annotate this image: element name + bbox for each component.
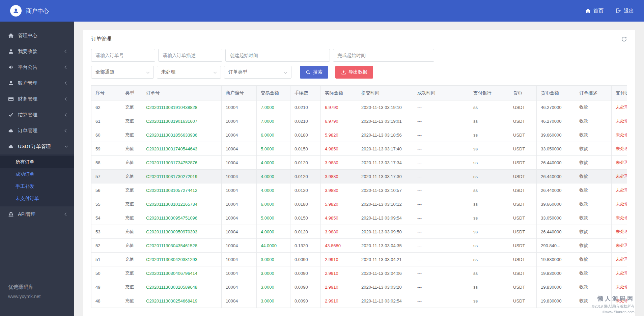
type-select[interactable]: 订单类型 [224,66,291,79]
order-row[interactable]: 53充值C20201113030950970393100044.00000.01… [91,225,627,239]
order-row[interactable]: 48充值C20201113030254668419100043.00000.00… [91,294,627,308]
sidebar-item-label: 结算管理 [18,112,65,118]
cell-order_no[interactable]: C20201113031901631607 [142,114,222,128]
sidebar-item-api-management[interactable]: API管理 [0,206,74,222]
cell-pay_bank: ss [469,253,509,266]
chevron-down-icon [65,144,68,148]
cell-success_time: --- [413,100,469,114]
create-time-input[interactable] [225,49,330,62]
order-row[interactable]: 50充值C20201113030406796414100043.00000.00… [91,266,627,280]
cell-currency: USDT [509,225,537,239]
sidebar-item-label: USDT订单管理 [18,143,65,150]
sidebar-subitem-unpaid-orders[interactable]: 未支付订单 [0,193,74,205]
home-icon [585,8,591,13]
search-button[interactable]: 搜索 [300,66,328,79]
order-no-input[interactable] [91,49,155,62]
finish-time-input[interactable] [333,49,434,62]
cell-merchant_no: 10004 [222,100,257,114]
logout-link[interactable]: 退出 [616,8,634,14]
cell-order_no[interactable]: C20201113030954751096 [142,211,222,225]
order-row[interactable]: 60充值C20201113031856633936100046.00000.01… [91,128,627,142]
sidebar-item-settlement-management[interactable]: 结算管理 [0,107,74,123]
sidebar-item-order-management[interactable]: 订单管理 [0,123,74,139]
cell-order_no[interactable]: C20201113031057274412 [142,183,222,197]
order-row[interactable]: 58充值C20201113031734752876100044.00000.01… [91,156,627,170]
order-desc-input[interactable] [158,49,222,62]
order-row[interactable]: 52充值C202011130304354615281000444.00000.1… [91,239,627,253]
cell-seq: 51 [91,253,121,266]
cell-type: 充值 [121,170,142,183]
cell-amount: 4.0000 [257,156,290,170]
cell-order_no[interactable]: C20201113031734752876 [142,156,222,170]
cell-order_no[interactable]: C20201113031012165734 [142,197,222,211]
sidebar-item-account-management[interactable]: 账户管理 [0,75,74,91]
watermark-url: ©www.5lanren.com [592,309,635,315]
cell-seq: 50 [91,266,121,280]
sidebar-item-finance-management[interactable]: 财务管理 [0,91,74,107]
cell-currency: USDT [509,280,537,294]
brand-logo-icon [10,5,22,17]
order-row[interactable]: 59充值C20201113031740544643100045.00000.01… [91,142,627,156]
cell-order_no[interactable]: C20201113031740544643 [142,142,222,156]
export-icon [341,70,346,75]
cell-order_no[interactable]: C20201113030406796414 [142,266,222,280]
cell-order_no[interactable]: C20201113031730272019 [142,170,222,183]
cell-success_time: --- [413,197,469,211]
cell-pay_status: 未处理 [612,253,627,266]
col-success_time: 成功时间 [413,86,469,100]
cell-order_no[interactable]: C20201113031856633936 [142,128,222,142]
cell-pay_status: 未处理 [612,114,627,128]
cell-amount: 3.0000 [257,280,290,294]
refresh-icon[interactable] [621,36,627,42]
cell-order_no[interactable]: C20201113031910438828 [142,100,222,114]
order-row[interactable]: 55充值C20201113031012165734100046.00000.01… [91,197,627,211]
order-row[interactable]: 57充值C20201113031730272019100044.00000.01… [91,170,627,183]
col-actual_amount: 实际金额 [321,86,357,100]
brand: 商户中心 [10,5,49,17]
cell-order_desc: 收款 [575,266,612,280]
cell-currency: USDT [509,142,537,156]
order-row[interactable]: 49充值C20201113030320589648100043.00000.00… [91,280,627,294]
cell-pay_bank: ss [469,183,509,197]
cell-pay_status: 未处理 [612,239,627,253]
home-link-label: 首页 [593,8,604,14]
cell-pay_bank: ss [469,266,509,280]
cell-order_no[interactable]: C20201113030435461528 [142,239,222,253]
cell-order_no[interactable]: C20201113030320589648 [142,280,222,294]
cell-pay_bank: ss [469,128,509,142]
cell-currency_amount: 19.830000 [537,280,575,294]
search-button-label: 搜索 [313,69,323,75]
order-row[interactable]: 54充值C20201113030954751096100045.00000.01… [91,211,627,225]
cell-success_time: --- [413,170,469,183]
channel-select[interactable]: 全部通道 [91,66,154,79]
watermark-title: 懒人源码网 [592,295,635,303]
cell-order_no[interactable]: C20201113030950970393 [142,225,222,239]
cell-actual_amount: 4.9850 [321,142,357,156]
sidebar-subitem-all-orders[interactable]: 所有订单 [0,156,74,168]
sidebar-subitem-success-orders[interactable]: 成功订单 [0,168,74,180]
cell-fee: 0.0180 [290,197,321,211]
cell-seq: 52 [91,239,121,253]
order-row[interactable]: 61充值C20201113031901631607100047.00000.02… [91,114,627,128]
order-row[interactable]: 51充值C20201113030420381293100043.00000.00… [91,253,627,266]
sidebar-item-management-center[interactable]: 管理中心 [0,28,74,44]
cell-order_no[interactable]: C20201113030420381293 [142,253,222,266]
cell-order_no[interactable]: C20201113030254668419 [142,294,222,308]
export-button[interactable]: 导出数据 [335,66,373,79]
cell-amount: 7.0000 [257,100,290,114]
orders-table: 序号类型订单号商户编号交易金额手续费实际金额提交时间成功时间支付银行货币货币金额… [91,85,627,308]
sidebar-item-platform-announcement[interactable]: 平台公告 [0,59,74,75]
order-row[interactable]: 62充值C20201113031910438828100047.00000.02… [91,100,627,114]
sidebar-subitem-manual-reissue[interactable]: 手工补发 [0,180,74,193]
order-row[interactable]: 56充值C20201113031057274412100044.00000.01… [91,183,627,197]
sidebar-item-usdt-order-management[interactable]: USDT订单管理 [0,139,74,154]
cell-type: 充值 [121,128,142,142]
cell-actual_amount: 6.9790 [321,114,357,128]
sidebar-item-collect-payment[interactable]: 我要收款 [0,44,74,59]
cell-pay_bank: ss [469,294,509,308]
status-select[interactable]: 未处理 [157,66,221,79]
home-link[interactable]: 首页 [585,8,604,14]
cell-merchant_no: 10004 [222,197,257,211]
type-select-value: 订单类型 [228,69,247,75]
watermark-copyright: ©2019 懒人源码 版权所有 [592,304,635,309]
